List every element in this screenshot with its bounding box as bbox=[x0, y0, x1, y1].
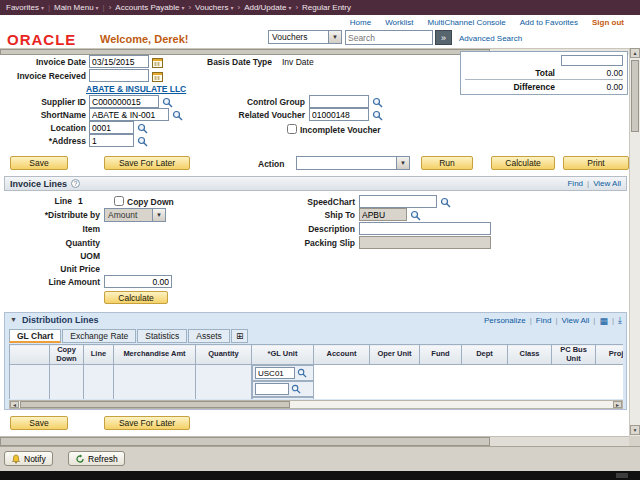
header-amount-input[interactable] bbox=[561, 55, 623, 66]
supplier-id-input[interactable] bbox=[89, 95, 159, 108]
breadcrumb-favorites[interactable]: Favorites▾ bbox=[6, 3, 44, 12]
personalize-link[interactable]: Personalize bbox=[484, 316, 526, 325]
account-input[interactable] bbox=[255, 383, 289, 395]
grid-horizontal-scrollbar[interactable]: ◄ ► bbox=[9, 400, 623, 409]
shortname-lookup-icon[interactable] bbox=[171, 109, 183, 121]
tab-exchange-rate[interactable]: Exchange Rate bbox=[62, 329, 136, 343]
distribution-lines-section: ▼ Distribution Lines Personalize | Find … bbox=[4, 312, 627, 410]
scrollbar-thumb[interactable] bbox=[631, 60, 639, 132]
calculate-button[interactable]: Calculate bbox=[491, 156, 555, 170]
breadcrumb-add-update[interactable]: Add/Update▾ bbox=[244, 3, 291, 12]
tab-statistics[interactable]: Statistics bbox=[137, 329, 187, 343]
dropdown-arrow-icon: ▼ bbox=[328, 31, 341, 43]
line-calculate-button[interactable]: Calculate bbox=[104, 291, 168, 304]
caret-down-icon: ▾ bbox=[181, 4, 184, 11]
multichannel-console-link[interactable]: MultiChannel Console bbox=[427, 18, 505, 27]
scroll-down-button[interactable]: ▼ bbox=[630, 425, 640, 435]
bottom-save-for-later-button[interactable]: Save For Later bbox=[104, 416, 190, 430]
search-submit-button[interactable]: » bbox=[435, 30, 452, 45]
welcome-message: Welcome, Derek! bbox=[100, 33, 188, 45]
home-link[interactable]: Home bbox=[350, 18, 371, 27]
address-lookup-icon[interactable] bbox=[136, 135, 148, 147]
scroll-up-button[interactable]: ▲ bbox=[630, 48, 640, 58]
account-lookup-icon[interactable] bbox=[290, 384, 301, 395]
control-group-input[interactable] bbox=[309, 95, 369, 108]
tab-assets[interactable]: Assets bbox=[188, 329, 230, 343]
distribution-links: Personalize | Find | View All | ▦ | ⤓ bbox=[484, 315, 622, 326]
collapse-triangle-icon[interactable]: ▼ bbox=[10, 316, 17, 323]
scrollbar-thumb[interactable] bbox=[20, 401, 290, 408]
page-horizontal-scrollbar[interactable] bbox=[0, 436, 629, 446]
related-voucher-lookup-icon[interactable] bbox=[371, 109, 383, 121]
invoice-received-input[interactable] bbox=[89, 69, 149, 82]
copy-down-checkbox[interactable] bbox=[114, 196, 124, 206]
scroll-left-button[interactable]: ◄ bbox=[10, 401, 19, 408]
invoice-lines-view-all-link[interactable]: View All bbox=[593, 179, 621, 188]
invoice-lines-find-link[interactable]: Find bbox=[567, 179, 583, 188]
chevron-right-icon: › bbox=[109, 3, 112, 12]
location-input[interactable] bbox=[89, 121, 134, 134]
breadcrumb-vouchers[interactable]: Vouchers▾ bbox=[195, 3, 233, 12]
sign-out-link[interactable]: Sign out bbox=[592, 18, 624, 27]
notify-button[interactable]: Notify bbox=[4, 451, 53, 466]
control-group-lookup-icon[interactable] bbox=[371, 96, 383, 108]
location-lookup-icon[interactable] bbox=[136, 122, 148, 134]
gl-unit-lookup-icon[interactable] bbox=[296, 368, 307, 379]
grid-popup-icon[interactable]: ▦ bbox=[599, 316, 608, 326]
copy-down-label: Copy Down bbox=[127, 197, 174, 207]
invoice-received-label: Invoice Received bbox=[2, 71, 86, 81]
grid-header-row: Copy Down Line Merchandise Amt Quantity … bbox=[10, 345, 624, 365]
breadcrumb-accounts-payable[interactable]: Accounts Payable▾ bbox=[115, 3, 184, 12]
tab-gl-chart[interactable]: GL Chart bbox=[9, 329, 61, 343]
location-label: Location bbox=[2, 123, 86, 133]
line-amount-input[interactable] bbox=[104, 275, 172, 288]
download-icon[interactable]: ⤓ bbox=[618, 315, 622, 326]
address-input[interactable] bbox=[89, 134, 134, 147]
refresh-button[interactable]: Refresh bbox=[68, 451, 125, 466]
ship-to-lookup-icon[interactable] bbox=[409, 209, 421, 221]
invoice-date-input[interactable] bbox=[89, 55, 149, 68]
show-all-tabs-button[interactable]: ⊞ bbox=[231, 329, 249, 343]
supplier-name-link[interactable]: ABATE & INSULATE LLC bbox=[86, 84, 186, 94]
save-button[interactable]: Save bbox=[10, 156, 68, 170]
bottom-edge-strip bbox=[0, 471, 640, 480]
run-button[interactable]: Run bbox=[421, 156, 473, 170]
scrollbar-thumb[interactable] bbox=[0, 49, 490, 55]
supplier-id-lookup-icon[interactable] bbox=[161, 96, 173, 108]
breadcrumb-main-menu[interactable]: Main Menu▾ bbox=[54, 3, 99, 12]
gl-unit-input[interactable] bbox=[255, 367, 295, 379]
search-input[interactable] bbox=[345, 30, 433, 45]
bottom-save-button[interactable]: Save bbox=[10, 416, 68, 430]
advanced-search-link[interactable]: Advanced Search bbox=[459, 34, 522, 43]
speedchart-input[interactable] bbox=[359, 195, 437, 208]
breadcrumb-regular-entry[interactable]: Regular Entry bbox=[302, 3, 351, 12]
column-copy-down: Copy Down bbox=[50, 345, 84, 365]
shortname-input[interactable] bbox=[89, 108, 169, 121]
worklist-link[interactable]: Worklist bbox=[385, 18, 413, 27]
description-input[interactable] bbox=[359, 222, 491, 235]
save-for-later-button[interactable]: Save For Later bbox=[104, 156, 190, 170]
vertical-scrollbar[interactable]: ▲ ▼ bbox=[629, 48, 640, 436]
packing-slip-input bbox=[359, 236, 491, 249]
scrollbar-thumb[interactable] bbox=[0, 437, 490, 446]
difference-value: 0.00 bbox=[561, 82, 623, 92]
related-voucher-input[interactable] bbox=[309, 108, 369, 121]
help-icon[interactable]: ? bbox=[71, 179, 80, 188]
incomplete-voucher-label: Incomplete Voucher bbox=[300, 125, 381, 135]
action-select[interactable]: ▼ bbox=[296, 156, 410, 170]
invoice-received-calendar-icon[interactable] bbox=[151, 70, 163, 82]
add-to-favorites-link[interactable]: Add to Favorites bbox=[520, 18, 578, 27]
distribution-view-all-link[interactable]: View All bbox=[561, 316, 589, 325]
scroll-right-button[interactable]: ► bbox=[613, 401, 622, 408]
ship-to-input[interactable] bbox=[359, 208, 407, 221]
speedchart-lookup-icon[interactable] bbox=[439, 196, 451, 208]
item-label: Item bbox=[10, 224, 100, 234]
print-button[interactable]: Print bbox=[563, 156, 629, 170]
invoice-date-calendar-icon[interactable] bbox=[151, 56, 163, 68]
search-scope-select[interactable]: Vouchers ▼ bbox=[268, 30, 342, 44]
line-amount-label: Line Amount bbox=[10, 277, 100, 287]
distribution-find-link[interactable]: Find bbox=[536, 316, 552, 325]
incomplete-voucher-checkbox[interactable] bbox=[287, 124, 297, 134]
breadcrumb-label: Regular Entry bbox=[302, 3, 351, 12]
column-dept: Dept bbox=[462, 345, 508, 365]
